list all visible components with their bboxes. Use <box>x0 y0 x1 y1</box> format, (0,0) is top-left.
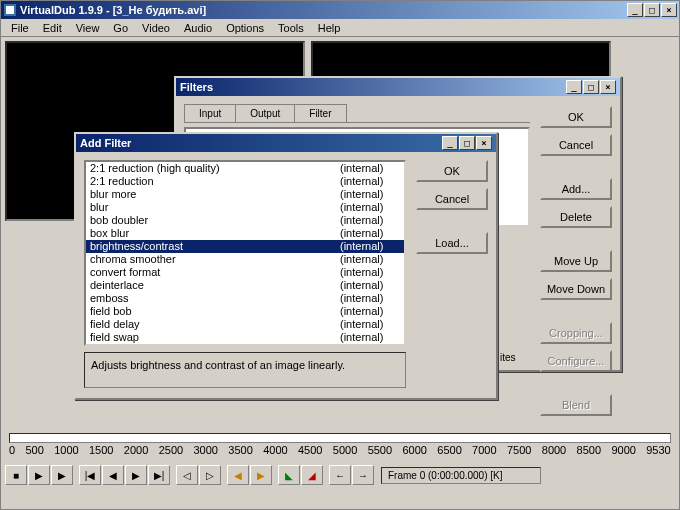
filter-row[interactable]: convert format(internal) <box>86 266 404 279</box>
tab-output[interactable]: Output <box>235 104 295 122</box>
filters-cancel-button[interactable]: Cancel <box>540 134 612 156</box>
play-input-button[interactable]: ▶ <box>28 465 50 485</box>
mark-out-button[interactable]: ◢ <box>301 465 323 485</box>
tab-input[interactable]: Input <box>184 104 236 122</box>
filters-minimize-button[interactable]: _ <box>566 80 582 94</box>
filters-add-button[interactable]: Add... <box>540 178 612 200</box>
ruler-tick: 6000 <box>402 444 426 456</box>
step-back-button[interactable]: ◀ <box>102 465 124 485</box>
filter-name: blur more <box>90 188 340 201</box>
close-button[interactable]: × <box>661 3 677 17</box>
menu-options[interactable]: Options <box>220 20 270 36</box>
filters-maximize-button[interactable]: □ <box>583 80 599 94</box>
filter-type: (internal) <box>340 279 400 292</box>
ruler-tick: 1000 <box>54 444 78 456</box>
filter-name: brightness/contrast <box>90 240 340 253</box>
filter-name: blur <box>90 201 340 214</box>
filter-type: (internal) <box>340 266 400 279</box>
menu-view[interactable]: View <box>70 20 106 36</box>
filter-row[interactable]: box blur(internal) <box>86 227 404 240</box>
ruler-tick: 5500 <box>368 444 392 456</box>
addfilter-ok-button[interactable]: OK <box>416 160 488 182</box>
addfilter-minimize-button[interactable]: _ <box>442 136 458 150</box>
filters-cropping-button[interactable]: Cropping... <box>540 322 612 344</box>
filter-row[interactable]: brightness/contrast(internal) <box>86 240 404 253</box>
addfilter-close-button[interactable]: × <box>476 136 492 150</box>
filter-row[interactable]: 2:1 reduction(internal) <box>86 175 404 188</box>
filter-name: 2:1 reduction <box>90 175 340 188</box>
filter-type: (internal) <box>340 162 400 175</box>
key-prev-button[interactable]: ◁ <box>176 465 198 485</box>
filter-type: (internal) <box>340 214 400 227</box>
filter-name: fill <box>90 344 340 346</box>
ruler-tick: 8000 <box>542 444 566 456</box>
filter-name: bob doubler <box>90 214 340 227</box>
svg-rect-1 <box>6 6 14 14</box>
filters-movedown-button[interactable]: Move Down <box>540 278 612 300</box>
filter-type: (internal) <box>340 227 400 240</box>
filter-row[interactable]: field swap(internal) <box>86 331 404 344</box>
ruler-tick: 9000 <box>611 444 635 456</box>
menu-tools[interactable]: Tools <box>272 20 310 36</box>
filter-row[interactable]: blur(internal) <box>86 201 404 214</box>
step-fwd-button[interactable]: ▶ <box>125 465 147 485</box>
timeline-track[interactable] <box>9 433 671 443</box>
ruler-tick: 7000 <box>472 444 496 456</box>
menu-video[interactable]: Video <box>136 20 176 36</box>
filter-row[interactable]: field delay(internal) <box>86 318 404 331</box>
filter-type: (internal) <box>340 292 400 305</box>
app-icon <box>3 3 17 17</box>
filter-row[interactable]: deinterlace(internal) <box>86 279 404 292</box>
filters-close-button[interactable]: × <box>600 80 616 94</box>
add-filter-description: Adjusts brightness and contrast of an im… <box>84 352 406 388</box>
menu-file[interactable]: File <box>5 20 35 36</box>
scene-next-button[interactable]: ▶ <box>250 465 272 485</box>
ruler-tick: 3000 <box>193 444 217 456</box>
filters-delete-button[interactable]: Delete <box>540 206 612 228</box>
filters-ok-button[interactable]: OK <box>540 106 612 128</box>
ruler-tick: 3500 <box>228 444 252 456</box>
filter-row[interactable]: fill(internal) <box>86 344 404 346</box>
filter-row[interactable]: bob doubler(internal) <box>86 214 404 227</box>
menu-help[interactable]: Help <box>312 20 347 36</box>
ruler-tick: 8500 <box>577 444 601 456</box>
menu-edit[interactable]: Edit <box>37 20 68 36</box>
mark-in-button[interactable]: ◣ <box>278 465 300 485</box>
filter-row[interactable]: field bob(internal) <box>86 305 404 318</box>
filter-row[interactable]: 2:1 reduction (high quality)(internal) <box>86 162 404 175</box>
add-filter-listbox[interactable]: 2:1 reduction (high quality)(internal)2:… <box>84 160 406 346</box>
filter-name: chroma smoother <box>90 253 340 266</box>
filters-configure-button[interactable]: Configure... <box>540 350 612 372</box>
filter-row[interactable]: emboss(internal) <box>86 292 404 305</box>
filter-row[interactable]: blur more(internal) <box>86 188 404 201</box>
menu-audio[interactable]: Audio <box>178 20 218 36</box>
ruler-tick: 2500 <box>159 444 183 456</box>
addfilter-cancel-button[interactable]: Cancel <box>416 188 488 210</box>
ruler-tick: 9530 <box>646 444 670 456</box>
add-filter-titlebar: Add Filter _ □ × <box>76 134 496 152</box>
ruler-tick: 2000 <box>124 444 148 456</box>
key-next-button[interactable]: ▷ <box>199 465 221 485</box>
menu-go[interactable]: Go <box>107 20 134 36</box>
addfilter-load-button[interactable]: Load... <box>416 232 488 254</box>
stop-button[interactable]: ■ <box>5 465 27 485</box>
timeline-ruler: 0500100015002000250030003500400045005000… <box>9 433 671 457</box>
goto-mark-out-button[interactable]: → <box>352 465 374 485</box>
play-output-button[interactable]: ▶ <box>51 465 73 485</box>
addfilter-maximize-button[interactable]: □ <box>459 136 475 150</box>
filter-name: box blur <box>90 227 340 240</box>
filter-type: (internal) <box>340 240 400 253</box>
tab-filter[interactable]: Filter <box>294 104 346 122</box>
filter-row[interactable]: chroma smoother(internal) <box>86 253 404 266</box>
minimize-button[interactable]: _ <box>627 3 643 17</box>
goto-end-button[interactable]: ▶| <box>148 465 170 485</box>
filters-blend-button[interactable]: Blend <box>540 394 612 416</box>
goto-mark-in-button[interactable]: ← <box>329 465 351 485</box>
maximize-button[interactable]: □ <box>644 3 660 17</box>
ruler-tick: 0 <box>9 444 15 456</box>
scene-prev-button[interactable]: ◀ <box>227 465 249 485</box>
ruler-tick: 4000 <box>263 444 287 456</box>
filters-title: Filters <box>180 81 213 93</box>
filters-moveup-button[interactable]: Move Up <box>540 250 612 272</box>
goto-start-button[interactable]: |◀ <box>79 465 101 485</box>
